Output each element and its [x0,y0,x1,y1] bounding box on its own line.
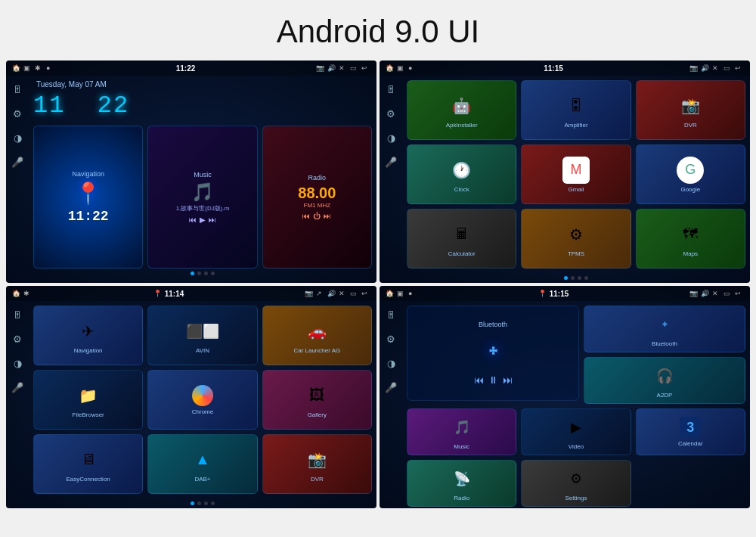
volume-icon-2[interactable]: 🔊 [701,64,710,72]
apkinstaller-icon: 🤖 [448,92,476,120]
volume-icon-3[interactable]: 🔊 [327,290,336,297]
amplifier-label: Amplifier [564,122,587,129]
sidebar-contrast-3[interactable]: ◑ [10,355,25,371]
home-icon-3[interactable]: 🏠 [12,290,21,297]
app-filebrowser[interactable]: 📁 FileBrowser [33,370,143,430]
home-icon-4[interactable]: 🏠 [386,290,395,297]
back-icon-1[interactable]: ↩ [361,64,370,72]
google-label: Google [680,186,700,193]
app-chrome[interactable]: Chrome [147,370,257,430]
status-bar-4: 🏠 ▣ ● 📍 11:15 📷 🔊 ✕ ▭ ↩ [380,286,750,301]
app-bluetooth[interactable]: ᛭ Bluetooth [584,306,745,352]
back-icon-4[interactable]: ↩ [735,290,744,297]
sidebar-contrast-4[interactable]: ◑ [383,355,398,371]
radio-power-btn[interactable]: ⏻ [313,212,321,220]
app-navigation[interactable]: ✈ Navigation [33,306,143,365]
app-apkinstaller[interactable]: 🤖 ApkInstaller [407,80,516,140]
music-note-icon: 🎵 [191,182,214,203]
app-amplifier[interactable]: 🎛 Amplifier [521,80,631,140]
easyconnection-icon: 🖥 [75,446,102,473]
app-avin[interactable]: ⬛⬜ AVIN [147,306,257,365]
app-gallery[interactable]: 🖼 Gallery [262,370,372,430]
media-next-btn[interactable]: ⏭ [503,374,513,386]
carlauncher-icon: 🚗 [303,318,330,345]
media-pause-btn[interactable]: ⏸ [488,374,498,386]
sidebar-mic-4[interactable]: 🎤 [383,380,398,395]
camera-icon-2[interactable]: 📷 [689,64,699,72]
left-sidebar-4: 🎚 ⚙ ◑ 🎤 [380,301,402,508]
left-sidebar-1: 🎚 ⚙ ◑ 🎤 [6,76,29,283]
sidebar-mic-3[interactable]: 🎤 [10,380,25,395]
bt-icon-3: ✱ [23,290,33,297]
sidebar-sliders-4[interactable]: 🎚 [383,307,398,322]
radio-prev-btn[interactable]: ⏮ [302,212,310,220]
media-prev-btn[interactable]: ⏮ [474,374,484,386]
app-clock[interactable]: 🕐 Clock [407,144,516,204]
music-widget[interactable]: Music 🎵 1.故事与世(DJ版).m ⏮ ▶ ⏭ [147,126,257,268]
app-radio[interactable]: 📡 Radio [407,460,516,507]
app-calendar[interactable]: 3 Calendar [636,408,745,455]
app-music[interactable]: 🎵 Music [407,408,516,455]
home-icon-2[interactable]: 🏠 [386,64,395,72]
close-icon-1[interactable]: ✕ [339,64,348,72]
app-tpms[interactable]: ⚙ TPMS [521,209,631,268]
app-dvr-3[interactable]: 📸 DVR [262,434,372,494]
radio-next-btn[interactable]: ⏭ [324,212,331,220]
app-dvr-2[interactable]: 📸 DVR [636,80,745,140]
camera-icon-1[interactable]: 📷 [316,64,325,72]
status-time-3: 11:14 [165,290,184,298]
app-calculator[interactable]: 🖩 Calculator [407,209,516,268]
back-icon-2[interactable]: ↩ [735,64,744,72]
play-btn[interactable]: ▶ [200,216,206,224]
sidebar-sliders-2[interactable]: 🎚 [383,82,398,97]
volume-icon-1[interactable]: 🔊 [327,64,336,72]
prev-track-btn[interactable]: ⏮ [189,216,197,224]
window-icon-3[interactable]: ▭ [350,290,359,297]
close-icon-4[interactable]: ✕ [712,290,721,297]
radio-widget[interactable]: Radio 88.00 FM1 MHZ ⏮ ⏻ ⏭ [262,126,372,268]
navigation-widget[interactable]: Navigation 📍 11:22 [33,126,143,268]
bt-icon-1: ✱ [35,64,44,72]
sidebar-contrast-1[interactable]: ◑ [10,130,25,145]
maps-label: Maps [683,250,699,257]
dot-3-3 [204,501,208,505]
home-icon-1[interactable]: 🏠 [12,64,21,72]
status-right-2: 📷 🔊 ✕ ▭ ↩ [689,64,744,72]
close-icon-2[interactable]: ✕ [712,64,721,72]
app-a2dp[interactable]: 🎧 A2DP [584,357,745,404]
app-easyconnection[interactable]: 🖥 EasyConnection [33,434,143,494]
window-icon-1[interactable]: ▭ [350,64,359,72]
gmail-label: Gmail [569,186,584,193]
back-icon-3[interactable]: ↩ [361,290,370,297]
app-maps[interactable]: 🗺 Maps [636,209,745,268]
app-dab[interactable]: ▲ DAB+ [147,434,257,494]
dot-2-4 [584,276,588,280]
nav-widget-title: Navigation [72,170,104,178]
camera-icon-4[interactable]: 📷 [689,290,699,297]
app-google[interactable]: G Google [636,144,745,204]
sidebar-mic-2[interactable]: 🎤 [383,154,398,169]
bluetooth-panel[interactable]: Bluetooth ᛭ ⏮ ⏸ ⏭ [407,306,579,401]
sidebar-sliders-1[interactable]: 🎚 [10,82,25,97]
sidebar-settings-2[interactable]: ⚙ [383,106,398,121]
app-gmail[interactable]: M Gmail [521,144,631,204]
window-icon-4[interactable]: ▭ [723,290,733,297]
sidebar-settings-4[interactable]: ⚙ [383,331,398,346]
sidebar-sliders-3[interactable]: 🎚 [10,307,25,322]
video-label: Video [569,443,584,450]
sidebar-settings-3[interactable]: ⚙ [10,331,25,346]
close-icon-3[interactable]: ✕ [339,290,348,297]
camera-icon-3[interactable]: 📷 [305,290,314,297]
next-track-btn[interactable]: ⏭ [209,216,216,224]
app-carlauncher[interactable]: 🚗 Car Launcher AG [262,306,372,365]
sidebar-settings-1[interactable]: ⚙ [10,106,25,121]
screen-body-1: 🎚 ⚙ ◑ 🎤 Tuesday, May 07 AM 11 22 Navigat… [6,76,376,283]
sidebar-mic-1[interactable]: 🎤 [10,154,25,169]
volume-icon-4[interactable]: 🔊 [701,290,710,297]
window-icon-2[interactable]: ▭ [723,64,733,72]
app-settings[interactable]: ⚙ Settings [521,460,631,507]
status-left-1: 🏠 ▣ ✱ ● [12,64,55,72]
app-video[interactable]: ▶ Video [521,408,631,455]
settings-icon-4: ⚙ [562,465,590,492]
sidebar-contrast-2[interactable]: ◑ [383,130,398,145]
